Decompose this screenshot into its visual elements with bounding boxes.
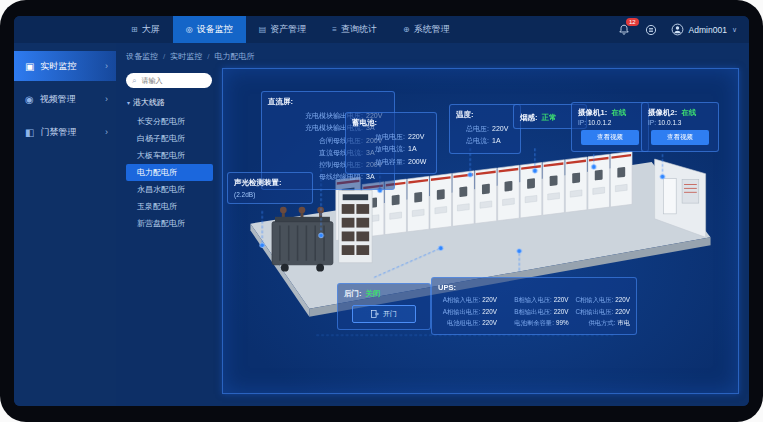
panel-title: 后门: bbox=[344, 289, 362, 299]
device-bezel: ⊞ 大屏 ◎ 设备监控 ▤ 资产管理 ≡ 查询统计 ⊕ 系统管理 bbox=[0, 0, 763, 422]
panel-battery: 蓄电池: 放电电压:220V 放电电流:1A 放电容量:200W bbox=[345, 112, 437, 174]
sidebar-item-access-mgmt[interactable]: ◧ 门禁管理 › bbox=[14, 117, 116, 147]
tab-label: 查询统计 bbox=[341, 23, 377, 36]
chevron-down-icon: ∨ bbox=[732, 26, 737, 34]
fullscreen-icon[interactable] bbox=[644, 23, 658, 37]
tree-item[interactable]: 玉泉配电所 bbox=[126, 198, 216, 215]
sidebar-item-label: 门禁管理 bbox=[40, 126, 76, 139]
notification-bell-icon[interactable]: 12 bbox=[617, 23, 631, 37]
username: Admin001 bbox=[689, 25, 727, 35]
tree-item[interactable]: 永昌水配电所 bbox=[126, 181, 216, 198]
door-open-icon bbox=[371, 310, 379, 318]
device-marker[interactable] bbox=[591, 165, 596, 170]
breadcrumb-item[interactable]: 设备监控 bbox=[126, 51, 158, 62]
avatar bbox=[671, 23, 684, 36]
chevron-right-icon: › bbox=[105, 94, 108, 104]
caret-down-icon: ▾ bbox=[127, 99, 130, 106]
breadcrumb-item[interactable]: 实时监控 bbox=[170, 51, 202, 62]
device-marker[interactable] bbox=[260, 243, 265, 248]
nav-tabs: ⊞ 大屏 ◎ 设备监控 ▤ 资产管理 ≡ 查询统计 ⊕ 系统管理 bbox=[118, 16, 463, 43]
breadcrumb: 设备监控 / 实时监控 / 电力配电所 bbox=[116, 43, 749, 65]
status-badge: 正常 bbox=[542, 113, 557, 123]
tree-parent-label: 港大线路 bbox=[133, 97, 165, 108]
sound-level-value: (2.2dB) bbox=[234, 191, 306, 198]
app-window: ⊞ 大屏 ◎ 设备监控 ▤ 资产管理 ≡ 查询统计 ⊕ 系统管理 bbox=[14, 16, 749, 406]
panel-title: 蓄电池: bbox=[352, 118, 430, 128]
search-icon: ⌕ bbox=[132, 76, 136, 86]
tab-label: 设备监控 bbox=[197, 23, 233, 36]
panel-camera-1: 摄像机1: 在线 IP:10.0.1.2 查看视频 bbox=[571, 102, 649, 152]
tab-asset-mgmt[interactable]: ▤ 资产管理 bbox=[246, 16, 320, 43]
user-menu[interactable]: Admin001 ∨ bbox=[671, 23, 737, 36]
system-icon: ⊕ bbox=[403, 25, 410, 34]
battery-rack bbox=[339, 190, 372, 262]
tree-item-active[interactable]: 电力配电所 bbox=[126, 164, 213, 181]
device-marker[interactable] bbox=[438, 246, 443, 251]
panel-title: 摄像机2: bbox=[648, 108, 677, 118]
panel-title: UPS: bbox=[438, 283, 630, 292]
video-icon: ◉ bbox=[25, 94, 34, 105]
topbar-actions: 12 Admin001 ∨ bbox=[617, 16, 749, 43]
panel-title: 温度: bbox=[456, 110, 514, 120]
sidebar: ▣ 实时监控 › ◉ 视频管理 › ◧ 门禁管理 › bbox=[14, 43, 116, 406]
tab-label: 资产管理 bbox=[270, 23, 306, 36]
status-badge: 在线 bbox=[611, 108, 626, 118]
panel-ups: UPS: A相输入电压:220V B相输入电压:220V C相输入电压:220V… bbox=[431, 277, 637, 335]
tab-system-mgmt[interactable]: ⊕ 系统管理 bbox=[390, 16, 463, 43]
panel-title: 声光检测装置: bbox=[234, 178, 306, 188]
door-access-icon: ◧ bbox=[25, 127, 34, 138]
tree-item[interactable]: 新营盘配电所 bbox=[126, 215, 216, 232]
status-badge: 关闭 bbox=[366, 289, 381, 299]
tab-label: 系统管理 bbox=[414, 23, 450, 36]
panel-temperature: 温度: 总电压:220V 总电流:1A bbox=[449, 104, 521, 154]
tree-search[interactable]: ⌕ bbox=[126, 73, 212, 88]
device-marker[interactable] bbox=[468, 172, 473, 177]
chevron-right-icon: › bbox=[105, 61, 108, 71]
panel-camera-2: 摄像机2: 在线 IP:10.0.1.3 查看视频 bbox=[641, 102, 719, 152]
device-marker[interactable] bbox=[533, 168, 538, 173]
station-tree: ⌕ ▾ 港大线路 长安分配电所 白杨子配电所 大板车配电所 电力配电所 永昌水配… bbox=[118, 68, 216, 394]
panel-rear-door: 后门: 关闭 开门 bbox=[337, 283, 431, 330]
camera-ip: 10.0.1.2 bbox=[588, 119, 612, 126]
view-video-button[interactable]: 查看视频 bbox=[651, 130, 710, 145]
panel-title: 摄像机1: bbox=[578, 108, 607, 118]
tree-item[interactable]: 大板车配电所 bbox=[126, 147, 216, 164]
tab-device-monitor[interactable]: ◎ 设备监控 bbox=[173, 16, 246, 43]
asset-icon: ▤ bbox=[259, 25, 267, 34]
chevron-right-icon: › bbox=[105, 127, 108, 137]
device-marker[interactable] bbox=[660, 174, 665, 179]
view-video-button[interactable]: 查看视频 bbox=[581, 130, 640, 145]
tab-label: 大屏 bbox=[142, 23, 160, 36]
status-badge: 在线 bbox=[681, 108, 696, 118]
breadcrumb-separator: / bbox=[163, 52, 165, 61]
tree-parent-node[interactable]: ▾ 港大线路 bbox=[127, 97, 216, 108]
monitoring-canvas: 直流屏: 充电模块输出电压:220V 充电模块输出电流:3A 合闸母线电压:20… bbox=[222, 68, 739, 394]
screen-icon: ⊞ bbox=[131, 25, 138, 34]
search-input[interactable] bbox=[139, 76, 206, 85]
open-door-button[interactable]: 开门 bbox=[352, 305, 416, 323]
top-navbar: ⊞ 大屏 ◎ 设备监控 ▤ 资产管理 ≡ 查询统计 ⊕ 系统管理 bbox=[14, 16, 749, 43]
panel-title: 直流屏: bbox=[268, 97, 388, 107]
sidebar-item-label: 实时监控 bbox=[40, 60, 76, 73]
breadcrumb-item: 电力配电所 bbox=[214, 51, 254, 62]
sidebar-item-video-mgmt[interactable]: ◉ 视频管理 › bbox=[14, 84, 116, 114]
breadcrumb-separator: / bbox=[207, 52, 209, 61]
panel-sound-light-detector: 声光检测装置: (2.2dB) bbox=[227, 172, 313, 204]
panel-title: 烟感: bbox=[520, 113, 538, 123]
camera-ip: 10.0.1.3 bbox=[658, 119, 682, 126]
tab-query-stats[interactable]: ≡ 查询统计 bbox=[319, 16, 390, 43]
logo-space bbox=[14, 16, 118, 43]
realtime-monitor-icon: ▣ bbox=[25, 61, 34, 72]
tab-dashboard[interactable]: ⊞ 大屏 bbox=[118, 16, 173, 43]
query-icon: ≡ bbox=[332, 25, 337, 34]
sidebar-item-label: 视频管理 bbox=[40, 93, 76, 106]
tree-item[interactable]: 白杨子配电所 bbox=[126, 130, 216, 147]
tree-item[interactable]: 长安分配电所 bbox=[126, 113, 216, 130]
device-marker[interactable] bbox=[517, 249, 522, 254]
notification-badge: 12 bbox=[626, 18, 639, 26]
sidebar-item-realtime-monitor[interactable]: ▣ 实时监控 › bbox=[14, 51, 116, 81]
device-marker[interactable] bbox=[319, 233, 324, 238]
monitor-icon: ◎ bbox=[186, 25, 193, 34]
